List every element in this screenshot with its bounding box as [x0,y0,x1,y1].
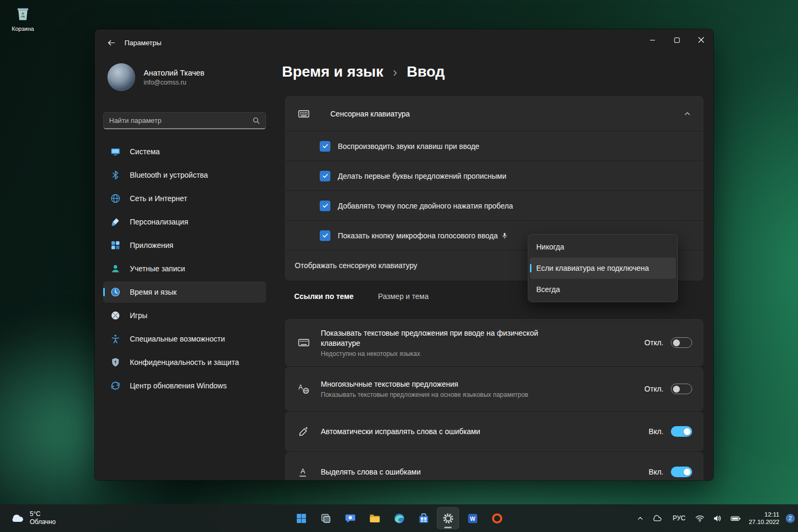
sidebar-item-bluetooth-devices[interactable]: Bluetooth и устройства [103,164,266,186]
window-title: Параметры [124,39,161,47]
related-links-label: Ссылки по теме [294,292,354,301]
sidebar-item-network-internet[interactable]: Сеть и Интернет [103,188,266,209]
onedrive-cloud-icon[interactable] [650,511,665,526]
toggle-switch-on[interactable] [671,467,692,477]
taskbar: 5°C Облачно [0,504,798,532]
user-profile[interactable]: Анатолий Ткачев info@comss.ru [107,63,204,91]
touch-keyboard-header[interactable]: Сенсорная клавиатура [286,97,703,131]
settings-cards: Показывать текстовые предложения при вво… [285,319,703,480]
desktop: Корзина Параметры [0,0,798,532]
task-view-button[interactable] [315,508,336,529]
folder-icon [369,512,381,525]
sidebar-item-gaming[interactable]: Игры [103,305,266,326]
setting-card-highlight-misspelled: A Выделять слова с ошибками Вкл. [285,452,703,480]
sidebar-item-label: Конфиденциальность и защита [130,358,239,367]
store-button[interactable] [413,508,434,529]
setting-title: Многоязычные текстовые предложения [321,379,576,389]
checkbox-checked[interactable] [320,230,330,241]
keyboard-icon [296,107,311,120]
toggle-switch-on[interactable] [671,426,692,437]
wifi-icon[interactable] [693,511,707,526]
checkbox-checked[interactable] [320,171,330,181]
weather-temp: 5°C [30,510,56,518]
volume-icon[interactable] [710,511,725,526]
clock-globe-icon [110,287,121,297]
back-button[interactable] [102,35,120,51]
recycle-bin-icon [14,4,32,22]
edge-button[interactable] [388,508,410,529]
sidebar-item-label: Приложения [130,241,173,250]
toggle-switch-off[interactable] [671,384,692,394]
recycle-bin-label: Корзина [7,26,38,32]
svg-text:A: A [301,467,305,475]
sidebar-item-label: Персонализация [130,218,188,226]
notification-badge[interactable]: 2 [786,514,795,523]
sidebar-item-accounts[interactable]: Учетные записи [103,258,266,279]
language-indicator[interactable]: РУС [668,511,689,525]
settings-button[interactable] [437,508,459,529]
edge-icon [393,512,405,525]
user-email: info@comss.ru [144,79,204,86]
checkbox-checked[interactable] [320,201,330,211]
search-icon[interactable] [252,117,260,124]
tray-date: 27.10.2022 [749,518,779,526]
checkbox-row-capitalize: Делать первые буквы предложений прописны… [286,161,703,190]
breadcrumb-parent[interactable]: Время и язык [282,63,384,80]
search-input[interactable] [109,117,252,124]
breadcrumb: Время и язык › Ввод [282,63,445,80]
chat-icon [344,512,356,525]
size-theme-link[interactable]: Размер и тема [378,292,429,301]
sidebar-item-system[interactable]: Система [103,141,266,162]
toggle-state-label: Вкл. [649,427,663,436]
titlebar: Параметры [95,29,713,56]
touch-keyboard-title: Сенсорная клавиатура [330,110,674,118]
word-button[interactable]: W [462,508,483,529]
close-button[interactable] [689,29,713,51]
checkbox-checked[interactable] [320,141,330,152]
minimize-button[interactable] [640,29,664,51]
battery-icon[interactable] [728,511,743,526]
clock[interactable]: 12:11 27.10.2022 [749,511,779,526]
checkbox-label: Показать кнопку микрофона голосового вво… [338,231,498,240]
sidebar-item-label: Сеть и Интернет [130,194,187,203]
sidebar-item-label: Время и язык [130,288,177,296]
sidebar-item-personalization[interactable]: Персонализация [103,211,266,232]
toggle-knob [684,428,691,435]
maximize-button[interactable] [664,29,689,51]
person-icon [110,263,121,274]
setting-title: Показывать текстовые предложения при вво… [321,328,576,348]
related-links: Ссылки по теме Размер и тема [294,292,429,301]
search-box[interactable] [103,112,266,129]
sidebar-nav: Система Bluetooth и устройства Сеть и Ин… [103,141,266,396]
close-icon [698,37,704,43]
opera-button[interactable] [486,508,508,529]
sidebar-item-time-language[interactable]: Время и язык [103,281,266,303]
sidebar-item-privacy-security[interactable]: Конфиденциальность и защита [103,352,266,373]
sidebar-item-accessibility[interactable]: Специальные возможности [103,328,266,350]
svg-text:A: A [298,384,303,391]
toggle-knob [673,339,680,346]
weather-widget[interactable]: 5°C Облачно [5,504,60,532]
checkbox-row-key-sounds: Воспроизводить звуки клавиш при вводе [286,131,703,161]
file-explorer-button[interactable] [364,508,385,529]
weather-condition: Облачно [30,518,56,526]
start-button[interactable] [290,508,312,529]
chevron-up-icon[interactable] [684,110,691,118]
sidebar-item-label: Bluetooth и устройства [130,171,208,179]
sidebar-item-apps[interactable]: Приложения [103,235,266,256]
sidebar-item-windows-update[interactable]: Центр обновления Windows [103,375,266,396]
recycle-bin[interactable]: Корзина [7,4,38,32]
weather-cloud-icon [10,510,26,526]
checkbox-row-double-space-period: Добавлять точку после двойного нажатия п… [286,190,703,220]
dropdown-option-when-no-keyboard[interactable]: Если клавиатура не подключена [530,257,676,279]
keyboard-suggestions-icon [296,336,311,349]
toggle-switch-off[interactable] [671,337,692,348]
chat-button[interactable] [339,508,361,529]
apps-grid-icon [110,240,121,251]
dropdown-option-never[interactable]: Никогда [530,236,676,257]
checkbox-label: Воспроизводить звуки клавиш при вводе [338,142,479,151]
globe-icon [110,193,121,204]
dropdown-option-always[interactable]: Всегда [530,279,676,300]
tray-chevron-up-icon[interactable] [634,512,646,525]
misspelled-word-icon: A [296,466,311,478]
